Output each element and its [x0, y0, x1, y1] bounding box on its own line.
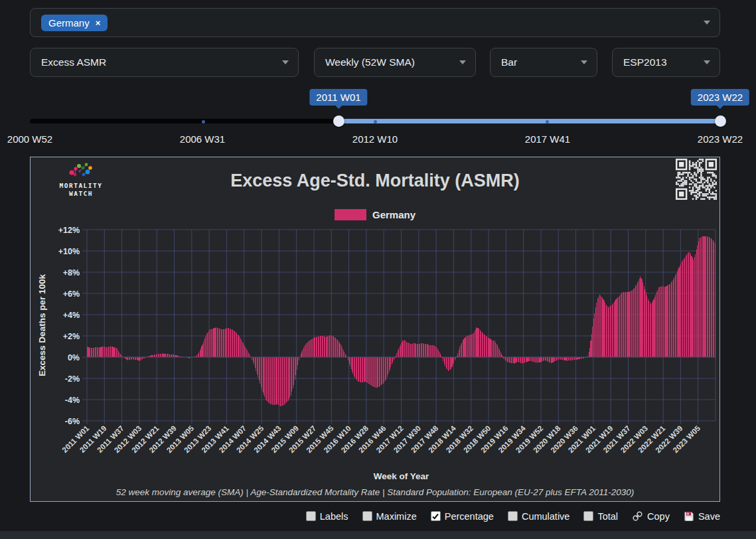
link-icon — [632, 510, 643, 522]
percentage-checkbox-label: Percentage — [445, 511, 494, 522]
y-tick-label: -6% — [65, 417, 80, 426]
slider-axis-label: 2023 W22 — [698, 133, 743, 145]
chart-type-select[interactable]: Bar — [490, 48, 597, 77]
copy-link-button[interactable]: Copy — [632, 510, 670, 522]
total-checkbox-box[interactable] — [583, 511, 593, 521]
checkbox-cumulative[interactable]: Cumulative — [508, 511, 570, 522]
excess-mortality-bar-chart: +12%+10%+8%+6%+4%+2%0%-2%-4%-6%2011 W012… — [31, 221, 719, 533]
maximize-checkbox-label: Maximize — [376, 511, 417, 522]
qr-code — [676, 159, 717, 200]
checkbox-total[interactable]: Total — [583, 511, 618, 522]
checkbox-labels[interactable]: Labels — [306, 511, 348, 522]
labels-checkbox-box[interactable] — [306, 511, 316, 521]
x-axis-title: Week of Year — [87, 471, 716, 481]
slider-from-tooltip: 2011 W01 — [309, 89, 367, 106]
total-checkbox-label: Total — [597, 511, 618, 522]
y-tick-label: 0% — [68, 353, 80, 362]
maximize-checkbox-box[interactable] — [362, 511, 372, 521]
chart-panel: MORTALITY WATCH Excess Age-Std. Mortalit… — [30, 157, 720, 502]
y-tick-label: +10% — [58, 247, 80, 256]
bottom-scrollbar-strip[interactable] — [0, 531, 756, 539]
slider-to-tooltip: 2023 W22 — [691, 89, 749, 106]
slider-tick-dot — [546, 120, 549, 123]
chevron-down-icon — [704, 21, 710, 25]
percentage-checkbox-box[interactable] — [431, 511, 441, 521]
slider-tick-dot — [374, 120, 377, 123]
chevron-down-icon — [282, 60, 289, 64]
chart-title: Excess Age-Std. Mortality (ASMR) — [31, 171, 719, 191]
checkbox-percentage[interactable]: Percentage — [431, 511, 494, 522]
slider-track-selected[interactable] — [339, 119, 720, 123]
standard-population-select[interactable]: ESP2013 — [612, 48, 720, 77]
y-tick-label: +6% — [63, 289, 80, 299]
slider-axis-label: 2006 W31 — [180, 133, 225, 145]
frequency-select[interactable]: Weekly (52W SMA) — [314, 48, 476, 77]
chart-type-select-value: Bar — [501, 56, 517, 68]
y-tick-label: -4% — [65, 396, 80, 405]
save-label: Save — [698, 511, 720, 522]
mortality-watch-explorer: Germany × Excess ASMR Weekly (52W SMA) B… — [0, 0, 756, 539]
slider-axis-label: 2000 W52 — [7, 133, 52, 145]
standard-population-select-value: ESP2013 — [623, 56, 667, 68]
chart-options-toolbar: LabelsMaximizePercentageCumulativeTotal … — [306, 510, 720, 522]
slider-track-unselected[interactable] — [30, 119, 339, 123]
y-tick-label: +8% — [63, 268, 80, 277]
y-tick-label: +12% — [58, 226, 80, 235]
save-icon — [684, 511, 694, 522]
y-tick-label: +2% — [63, 332, 80, 341]
check-icon — [431, 512, 439, 520]
chart-legend: Germany — [31, 209, 719, 220]
cumulative-checkbox-label: Cumulative — [522, 511, 570, 522]
labels-checkbox-label: Labels — [320, 511, 348, 522]
chevron-down-icon — [704, 60, 710, 64]
slider-handle-to[interactable] — [715, 116, 726, 127]
checkbox-maximize[interactable]: Maximize — [362, 511, 417, 522]
copy-link-label: Copy — [647, 511, 670, 522]
y-tick-label: +4% — [63, 311, 80, 320]
y-tick-label: -2% — [65, 374, 80, 384]
y-axis-title: Excess Deaths per 100k — [37, 274, 47, 376]
chevron-down-icon — [581, 60, 587, 64]
chart-footnote: 52 week moving average (SMA) | Age-Stand… — [31, 487, 719, 497]
chevron-down-icon — [459, 60, 466, 64]
country-tag-label: Germany — [48, 17, 90, 29]
slider-handle-from[interactable] — [333, 116, 344, 127]
cumulative-checkbox-box[interactable] — [508, 511, 518, 521]
slider-axis-label: 2017 W41 — [525, 133, 570, 145]
legend-label-germany: Germany — [372, 209, 416, 220]
metric-select[interactable]: Excess ASMR — [30, 48, 299, 77]
slider-tick-dot — [202, 120, 205, 123]
save-button[interactable]: Save — [684, 511, 720, 522]
country-tag-germany[interactable]: Germany × — [41, 15, 108, 31]
country-multiselect[interactable]: Germany × — [30, 8, 720, 37]
legend-swatch-germany — [335, 209, 366, 220]
metric-select-value: Excess ASMR — [41, 56, 106, 68]
slider-axis-label: 2012 W10 — [352, 133, 398, 145]
frequency-select-value: Weekly (52W SMA) — [325, 56, 415, 68]
remove-tag-icon[interactable]: × — [96, 19, 101, 27]
